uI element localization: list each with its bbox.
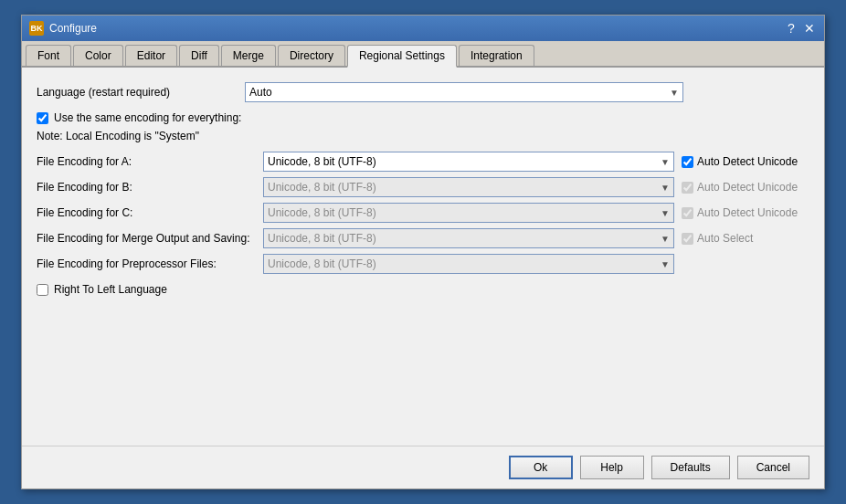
tabs-bar: Font Color Editor Diff Merge Directory R… xyxy=(22,41,824,68)
tab-merge[interactable]: Merge xyxy=(221,45,276,66)
rtl-label: Right To Left Language xyxy=(54,283,167,296)
tab-diff[interactable]: Diff xyxy=(179,45,219,66)
encoding-pre-value: Unicode, 8 bit (UTF-8) xyxy=(268,257,376,270)
encoding-b-dropdown[interactable]: Unicode, 8 bit (UTF-8) ▼ xyxy=(263,177,674,197)
encoding-a-label: File Encoding for A: xyxy=(37,155,256,168)
encoding-merge-arrow: ▼ xyxy=(661,234,670,244)
encoding-a-arrow: ▼ xyxy=(661,157,670,167)
app-icon: BK xyxy=(29,21,44,36)
encoding-c-value: Unicode, 8 bit (UTF-8) xyxy=(268,206,376,219)
encoding-b-label: File Encoding for B: xyxy=(37,181,256,194)
encoding-b-value: Unicode, 8 bit (UTF-8) xyxy=(268,181,376,194)
encoding-c-auto-checkbox[interactable] xyxy=(682,207,693,219)
close-button[interactable]: ✕ xyxy=(802,21,817,36)
same-encoding-row: Use the same encoding for everything: xyxy=(37,111,809,124)
language-dropdown[interactable]: Auto ▼ xyxy=(245,82,683,102)
encoding-b-auto-label: Auto Detect Unicode xyxy=(697,181,798,194)
tab-font[interactable]: Font xyxy=(26,45,71,66)
title-buttons: ? ✕ xyxy=(784,21,817,36)
tab-color[interactable]: Color xyxy=(73,45,123,66)
encoding-merge-auto: Auto Select xyxy=(682,232,753,245)
same-encoding-checkbox[interactable] xyxy=(37,112,48,124)
language-value: Auto xyxy=(249,86,272,99)
encoding-merge-label: File Encoding for Merge Output and Savin… xyxy=(37,232,256,245)
encoding-c-dropdown[interactable]: Unicode, 8 bit (UTF-8) ▼ xyxy=(263,203,674,223)
encoding-a-auto-label: Auto Detect Unicode xyxy=(697,155,798,168)
encoding-merge-auto-label: Auto Select xyxy=(697,232,753,245)
encoding-a-auto-checkbox[interactable] xyxy=(682,156,693,168)
encoding-merge-auto-checkbox[interactable] xyxy=(682,233,693,245)
encoding-a-dropdown[interactable]: Unicode, 8 bit (UTF-8) ▼ xyxy=(263,152,674,172)
encoding-pre-arrow: ▼ xyxy=(661,259,670,269)
same-encoding-label: Use the same encoding for everything: xyxy=(54,111,241,124)
tab-content: Language (restart required) Auto ▼ Use t… xyxy=(22,68,824,446)
encoding-b-auto: Auto Detect Unicode xyxy=(682,181,798,194)
encoding-c-arrow: ▼ xyxy=(661,208,670,218)
encoding-b-arrow: ▼ xyxy=(661,183,670,193)
cancel-button[interactable]: Cancel xyxy=(737,456,809,479)
tab-directory[interactable]: Directory xyxy=(278,45,345,66)
encoding-b-row: File Encoding for B: Unicode, 8 bit (UTF… xyxy=(37,177,809,197)
encoding-c-label: File Encoding for C: xyxy=(37,206,256,219)
encoding-pre-dropdown[interactable]: Unicode, 8 bit (UTF-8) ▼ xyxy=(263,254,674,274)
dialog-title: Configure xyxy=(49,22,97,35)
encoding-c-row: File Encoding for C: Unicode, 8 bit (UTF… xyxy=(37,203,809,223)
configure-dialog: BK Configure ? ✕ Font Color Editor Diff … xyxy=(21,15,825,489)
encoding-a-row: File Encoding for A: Unicode, 8 bit (UTF… xyxy=(37,152,809,172)
tab-regional-settings[interactable]: Regional Settings xyxy=(347,45,457,68)
encoding-pre-label: File Encoding for Preprocessor Files: xyxy=(37,257,256,270)
title-bar: BK Configure ? ✕ xyxy=(22,16,824,41)
encoding-a-auto: Auto Detect Unicode xyxy=(682,155,798,168)
tab-editor[interactable]: Editor xyxy=(125,45,177,66)
encoding-a-value: Unicode, 8 bit (UTF-8) xyxy=(268,155,376,168)
encoding-merge-row: File Encoding for Merge Output and Savin… xyxy=(37,228,809,248)
tab-integration[interactable]: Integration xyxy=(459,45,534,66)
rtl-row: Right To Left Language xyxy=(37,283,809,296)
encoding-c-auto: Auto Detect Unicode xyxy=(682,206,798,219)
encoding-pre-row: File Encoding for Preprocessor Files: Un… xyxy=(37,254,809,274)
encoding-merge-dropdown[interactable]: Unicode, 8 bit (UTF-8) ▼ xyxy=(263,228,674,248)
encoding-merge-value: Unicode, 8 bit (UTF-8) xyxy=(268,232,376,245)
defaults-button[interactable]: Defaults xyxy=(651,456,730,479)
help-dialog-button[interactable]: Help xyxy=(580,456,644,479)
language-dropdown-arrow: ▼ xyxy=(670,88,679,98)
note-text: Note: Local Encoding is "System" xyxy=(37,130,809,142)
encoding-c-auto-label: Auto Detect Unicode xyxy=(697,206,798,219)
help-button[interactable]: ? xyxy=(784,21,798,36)
ok-button[interactable]: Ok xyxy=(509,456,573,479)
language-label: Language (restart required) xyxy=(37,86,238,99)
language-row: Language (restart required) Auto ▼ xyxy=(37,82,809,102)
encoding-b-auto-checkbox[interactable] xyxy=(682,182,693,194)
rtl-checkbox[interactable] xyxy=(37,284,48,296)
title-bar-left: BK Configure xyxy=(29,21,97,36)
buttons-row: Ok Help Defaults Cancel xyxy=(22,446,824,488)
